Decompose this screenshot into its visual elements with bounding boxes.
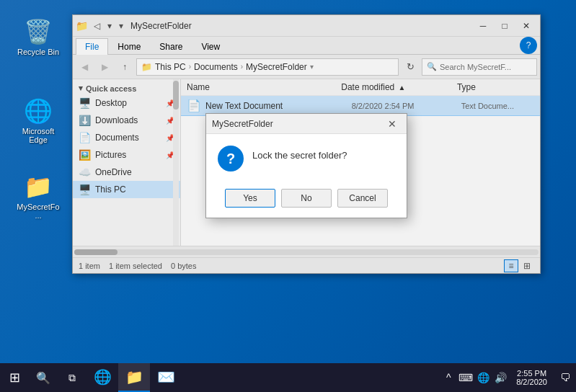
mysecretfolder-desktop-icon[interactable]: 📁 MySecretFo... xyxy=(13,169,63,223)
no-button[interactable]: No xyxy=(281,189,332,208)
file-explorer-window: 📁 ◁ ▾ ▾ MySecretFolder ─ □ ✕ File Home S… xyxy=(72,14,541,274)
dialog-body: ? Lock the secret folder? xyxy=(206,134,407,183)
tray-network[interactable]: 🌐 xyxy=(474,363,492,392)
mysecretfolder-image: 📁 xyxy=(24,172,53,201)
edge-label: Microsoft Edge xyxy=(16,127,61,144)
recycle-bin-image: 🗑️ xyxy=(24,17,53,46)
explorer-taskbar-icon: 📁 xyxy=(125,368,143,386)
mysecretfolder-label: MySecretFo... xyxy=(16,202,61,220)
start-icon: ⊞ xyxy=(9,370,20,386)
taskbar: ⊞ 🔍 ⧉ 🌐 📁 ✉️ ^ ⌨ 🌐 🔊 xyxy=(0,363,576,392)
taskbar-explorer[interactable]: 📁 xyxy=(118,363,150,392)
cancel-button[interactable]: Cancel xyxy=(337,189,388,208)
clock[interactable]: 2:55 PM 8/2/2020 xyxy=(509,363,554,392)
edge-taskbar-icon: 🌐 xyxy=(94,368,112,386)
taskbar-right: ^ ⌨ 🌐 🔊 2:55 PM 8/2/2020 🗨 xyxy=(440,363,576,392)
tray-keyboard[interactable]: ⌨ xyxy=(457,363,474,392)
taskbar-mail[interactable]: ✉️ xyxy=(150,363,182,392)
microsoft-edge-icon[interactable]: 🌐 Microsoft Edge xyxy=(13,94,63,147)
taskbar-pinned-items: 🌐 📁 ✉️ xyxy=(87,363,182,392)
desktop: 🗑️ Recycle Bin 🌐 Microsoft Edge 📁 MySecr… xyxy=(0,0,576,392)
system-tray: ^ ⌨ 🌐 🔊 xyxy=(440,363,509,392)
task-view-button[interactable]: ⧉ xyxy=(58,363,87,392)
mail-taskbar-icon: ✉️ xyxy=(157,368,175,386)
dialog-close-button[interactable]: ✕ xyxy=(384,115,401,133)
clock-date: 8/2/2020 xyxy=(516,378,547,386)
dialog-footer: Yes No Cancel xyxy=(206,183,407,218)
clock-time: 2:55 PM xyxy=(517,369,546,378)
notification-center[interactable]: 🗨 xyxy=(554,363,576,392)
dialog-title: MySecretFolder xyxy=(212,119,384,129)
tray-chevron[interactable]: ^ xyxy=(440,363,457,392)
tray-volume[interactable]: 🔊 xyxy=(492,363,509,392)
dialog-question-icon: ? xyxy=(218,146,244,172)
dialog-message: Lock the secret folder? xyxy=(252,146,347,161)
start-button[interactable]: ⊞ xyxy=(0,363,29,392)
recycle-bin-label: Recycle Bin xyxy=(17,48,59,56)
edge-image: 🌐 xyxy=(24,97,53,125)
dialog-overlay: MySecretFolder ✕ ? Lock the secret folde… xyxy=(73,15,540,273)
yes-button[interactable]: Yes xyxy=(225,189,275,208)
dialog-box: MySecretFolder ✕ ? Lock the secret folde… xyxy=(205,113,407,218)
notification-icon: 🗨 xyxy=(560,372,570,383)
dialog-title-bar: MySecretFolder ✕ xyxy=(206,114,407,134)
recycle-bin-icon[interactable]: 🗑️ Recycle Bin xyxy=(13,14,63,59)
taskbar-search-button[interactable]: 🔍 xyxy=(29,363,58,392)
taskbar-edge[interactable]: 🌐 xyxy=(87,363,118,392)
task-view-icon: ⧉ xyxy=(68,372,76,384)
taskbar-search-icon: 🔍 xyxy=(36,371,50,385)
